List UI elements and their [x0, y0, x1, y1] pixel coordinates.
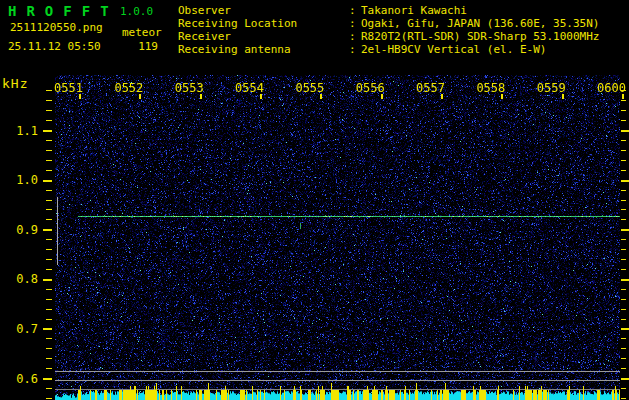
freq-tick-mark [621, 269, 626, 270]
freq-tick-mark [46, 259, 52, 260]
freq-tick-mark [621, 309, 626, 310]
freq-tick-mark [46, 348, 52, 349]
freq-tick-mark [621, 388, 626, 389]
freq-tick-label: 0.8 [4, 272, 38, 286]
output-filename: 2511120550.png [10, 21, 103, 34]
info-label: Observer [178, 4, 349, 17]
freq-tick-mark [46, 249, 52, 250]
info-value: Takanori Kawachi [361, 4, 467, 17]
freq-tick-mark [46, 388, 52, 389]
hrofft-spectrogram-screen: HROFFT 1.0.0 2511120550.png meteor 25.11… [0, 0, 629, 400]
freq-tick-mark [621, 279, 629, 281]
spectrogram-canvas [55, 75, 620, 400]
freq-axis-unit: kHz [2, 76, 28, 91]
freq-tick-mark [43, 328, 52, 330]
freq-tick-mark [43, 130, 52, 132]
freq-tick-label: 0.7 [4, 322, 38, 336]
info-label: Receiver [178, 30, 349, 43]
freq-tick-mark [46, 110, 52, 111]
freq-tick-mark [46, 209, 52, 210]
time-tick-label: 0556 [355, 81, 385, 95]
freq-tick-mark [621, 190, 626, 191]
freq-tick-mark [46, 170, 52, 171]
freq-tick-mark [46, 200, 52, 201]
freq-tick-mark [46, 190, 52, 191]
time-tick-mark [139, 94, 141, 99]
freq-tick-mark [621, 120, 626, 121]
freq-tick-mark [46, 338, 52, 339]
info-value: R820T2(RTL-SDR) SDR-Sharp 53.1000MHz [361, 30, 599, 43]
freq-tick-mark [43, 378, 52, 380]
info-row-location: Receiving Location:Ogaki, Gifu, JAPAN (1… [178, 17, 599, 30]
mode-label: meteor [122, 26, 162, 39]
freq-tick-mark [46, 160, 52, 161]
freq-tick-mark [621, 150, 626, 151]
freq-tick-mark [43, 229, 52, 231]
freq-tick-mark [621, 160, 626, 161]
freq-tick-mark [621, 398, 626, 399]
time-tick-mark [79, 94, 81, 99]
time-tick-mark [320, 94, 322, 99]
freq-tick-mark [621, 338, 626, 339]
time-tick-mark [622, 94, 624, 99]
freq-tick-mark [621, 328, 629, 330]
time-tick-label: 0600 [596, 81, 626, 95]
info-colon: : [349, 17, 361, 30]
freq-tick-mark [621, 368, 626, 369]
time-tick-label: 0553 [174, 81, 204, 95]
time-tick-label: 0551 [53, 81, 83, 95]
freq-tick-mark [621, 259, 626, 260]
freq-tick-mark [46, 299, 52, 300]
freq-tick-mark [46, 289, 52, 290]
freq-tick-mark [621, 180, 629, 182]
time-tick-label: 0555 [294, 81, 324, 95]
freq-tick-mark [621, 170, 626, 171]
freq-tick-mark [46, 309, 52, 310]
info-colon: : [349, 43, 361, 56]
freq-tick-mark [621, 200, 626, 201]
info-row-antenna: Receiving antenna:2el-HB9CV Vertical (el… [178, 43, 599, 56]
freq-tick-mark [43, 180, 52, 182]
info-label: Receiving antenna [178, 43, 349, 56]
time-tick-mark [381, 94, 383, 99]
freq-tick-label: 0.6 [4, 372, 38, 386]
freq-tick-mark [621, 289, 626, 290]
freq-tick-mark [46, 269, 52, 270]
info-row-receiver: Receiver:R820T2(RTL-SDR) SDR-Sharp 53.10… [178, 30, 599, 43]
time-tick-label: 0559 [536, 81, 566, 95]
freq-tick-mark [621, 249, 626, 250]
app-version: 1.0.0 [120, 5, 153, 18]
time-tick-mark [562, 94, 564, 99]
info-colon: : [349, 4, 361, 17]
app-title: HROFFT [8, 3, 119, 19]
time-tick-mark [200, 94, 202, 99]
info-row-observer: Observer:Takanori Kawachi [178, 4, 599, 17]
freq-tick-mark [621, 219, 626, 220]
freq-tick-mark [46, 120, 52, 121]
freq-tick-mark [46, 368, 52, 369]
freq-tick-label: 1.0 [4, 173, 38, 187]
freq-tick-label: 1.1 [4, 124, 38, 138]
freq-tick-mark [621, 110, 626, 111]
freq-tick-mark [46, 150, 52, 151]
freq-tick-mark [621, 358, 626, 359]
info-colon: : [349, 30, 361, 43]
freq-tick-mark [621, 130, 629, 132]
time-tick-label: 0554 [234, 81, 264, 95]
freq-tick-mark [46, 398, 52, 399]
freq-tick-mark [46, 358, 52, 359]
freq-tick-mark [621, 319, 626, 320]
freq-tick-mark [46, 239, 52, 240]
freq-tick-mark [621, 100, 626, 101]
freq-tick-mark [43, 279, 52, 281]
freq-tick-mark [46, 319, 52, 320]
time-tick-mark [441, 94, 443, 99]
freq-tick-label: 0.9 [4, 223, 38, 237]
freq-tick-mark [621, 140, 626, 141]
freq-tick-mark [621, 209, 626, 210]
echo-count: 119 [130, 40, 158, 53]
info-label: Receiving Location [178, 17, 349, 30]
time-tick-mark [501, 94, 503, 99]
time-tick-label: 0552 [113, 81, 143, 95]
freq-tick-mark [621, 90, 626, 91]
